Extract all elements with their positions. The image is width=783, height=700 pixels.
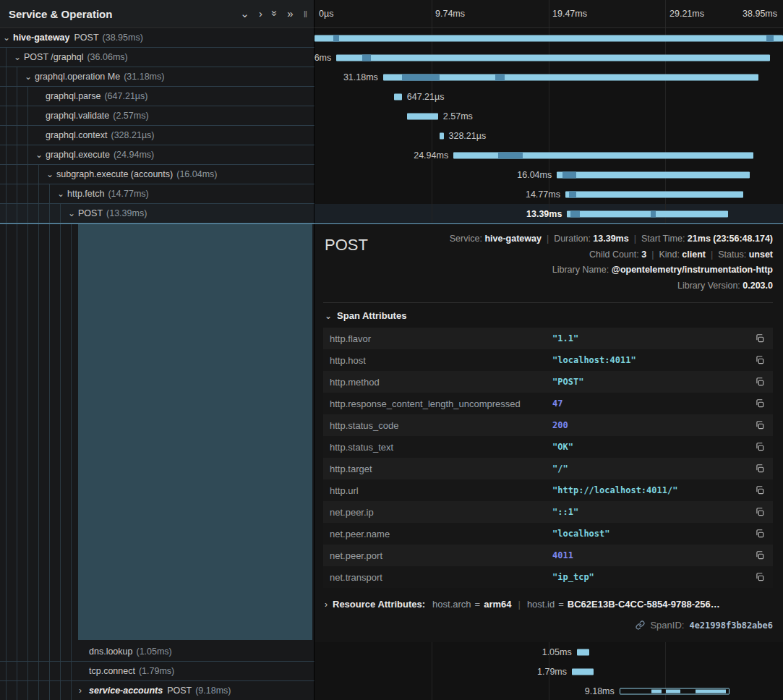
span-bar-cell[interactable]: 2.57ms <box>315 106 783 126</box>
meta-value: hive-gateway <box>484 234 542 244</box>
span-bar-cell[interactable]: 9.18ms <box>315 681 783 700</box>
attribute-key: http.url <box>330 485 552 496</box>
copy-button[interactable] <box>753 527 766 540</box>
timeline-tick: 0µs <box>319 0 333 27</box>
span-bar[interactable] <box>620 688 730 694</box>
span-row[interactable]: graphql.validate(2.57ms)2.57ms <box>0 106 783 126</box>
span-attributes-table: http.flavor"1.1"http.host"localhost:4011… <box>323 328 773 588</box>
chevron-right-icon[interactable]: › <box>259 7 262 20</box>
span-name-cell[interactable]: ⌄http.fetch(14.77ms) <box>0 184 315 204</box>
chevron-down-icon[interactable]: ⌄ <box>57 189 67 198</box>
span-bar-cell[interactable]: 647.21µs <box>315 87 783 106</box>
span-bar[interactable] <box>315 35 783 41</box>
chevron-down-icon: ⌄ <box>325 311 332 321</box>
span-bar[interactable] <box>577 649 589 655</box>
span-bar[interactable] <box>407 113 438 119</box>
chevron-down-icon[interactable]: ⌄ <box>46 170 56 179</box>
copy-button[interactable] <box>753 549 766 562</box>
span-row[interactable]: ⌄http.fetch(14.77ms)14.77ms <box>0 184 783 204</box>
span-attributes-toggle[interactable]: ⌄ Span Attributes <box>323 310 773 321</box>
chevron-down-icon[interactable]: ⌄ <box>3 33 13 42</box>
copy-button[interactable] <box>753 571 766 584</box>
span-bar-segment <box>570 210 580 217</box>
chevron-down-icon[interactable]: ⌄ <box>35 150 46 159</box>
span-bar[interactable] <box>440 132 443 139</box>
resource-attributes-toggle[interactable]: › Resource Attributes: host.arch=arm64|h… <box>323 599 773 610</box>
resource-attributes-title: Resource Attributes: <box>333 599 425 610</box>
chevron-right-icon: › <box>325 599 328 610</box>
span-name-cell[interactable]: ⌄POST /graphql(36.06ms) <box>0 48 315 67</box>
chevron-down-icon[interactable]: ⌄ <box>240 7 249 20</box>
span-row[interactable]: ›service-accountsPOST(9.18ms)9.18ms <box>0 681 783 700</box>
span-bar-cell[interactable]: 14.77ms <box>315 184 783 204</box>
span-id-value: 4e21998f3b82abe6 <box>689 620 773 631</box>
span-name-cell[interactable]: ⌄graphql.operation Me(31.18ms) <box>0 67 315 87</box>
span-bar-cell[interactable]: 1.79ms <box>315 662 783 681</box>
span-bar[interactable] <box>336 54 770 61</box>
link-icon[interactable] <box>636 620 645 630</box>
chevron-down-icon[interactable]: ⌄ <box>25 72 35 81</box>
bar-duration-label: 328.21µs <box>449 131 487 141</box>
span-name-cell[interactable]: ⌄POST(13.39ms) <box>0 204 315 223</box>
span-row[interactable]: ⌄POST(13.39ms)13.39ms <box>0 204 783 223</box>
copy-button[interactable] <box>753 354 766 367</box>
span-bar-cell[interactable]: 1.05ms <box>315 642 783 662</box>
span-row[interactable]: ⌄graphql.operation Me(31.18ms)31.18ms <box>0 67 783 87</box>
span-bar[interactable] <box>394 93 402 100</box>
span-row[interactable]: graphql.context(328.21µs)328.21µs <box>0 126 783 145</box>
span-row[interactable]: ⌄subgraph.execute (accounts)(16.04ms)16.… <box>0 165 783 184</box>
span-bar-cell[interactable]: 31.18ms <box>315 67 783 87</box>
span-bar-cell[interactable]: 38.95ms <box>315 28 783 48</box>
copy-button[interactable] <box>753 397 766 410</box>
meta-line: Service: hive-gateway|Duration: 13.39ms|… <box>450 231 773 247</box>
span-bar[interactable] <box>383 74 758 80</box>
span-name-cell[interactable]: graphql.context(328.21µs) <box>0 126 315 145</box>
timeline-ruler: 0µs9.74ms19.47ms29.21ms38.95ms <box>315 0 783 28</box>
service-name: service-accounts <box>89 686 163 696</box>
copy-button[interactable] <box>753 375 766 388</box>
span-name-cell[interactable]: graphql.parse(647.21µs) <box>0 87 315 106</box>
duration-text: (13.39ms) <box>106 208 147 218</box>
span-bar-cell[interactable]: 16.04ms <box>315 165 783 184</box>
copy-button[interactable] <box>753 419 766 432</box>
attribute-row: http.status_code200 <box>323 414 773 436</box>
span-row[interactable]: ⌄POST /graphql(36.06ms)36.06ms <box>0 48 783 67</box>
span-name-cell[interactable]: ⌄subgraph.execute (accounts)(16.04ms) <box>0 165 315 184</box>
panel-resize-handle[interactable]: ‖ <box>304 9 308 20</box>
copy-button[interactable] <box>753 484 766 497</box>
span-name-cell[interactable]: ⌄graphql.execute(24.94ms) <box>0 145 315 165</box>
span-row[interactable]: ⌄hive-gatewayPOST(38.95ms)38.95ms <box>0 28 783 48</box>
copy-button[interactable] <box>753 505 766 518</box>
span-row[interactable]: tcp.connect(1.79ms)1.79ms <box>0 662 783 681</box>
copy-button[interactable] <box>753 332 766 345</box>
span-bar[interactable] <box>453 152 753 158</box>
span-bar[interactable] <box>572 668 594 675</box>
collapse-all-icon[interactable]: » <box>272 7 278 20</box>
span-name-cell[interactable]: dns.lookup(1.05ms) <box>0 642 315 662</box>
span-bar[interactable] <box>567 210 728 217</box>
span-row[interactable]: ⌄graphql.execute(24.94ms)24.94ms <box>0 145 783 165</box>
span-name-cell[interactable]: ⌄hive-gatewayPOST(38.95ms) <box>0 28 315 48</box>
span-bar-cell[interactable]: 36.06ms <box>315 48 783 67</box>
span-bar[interactable] <box>565 191 743 197</box>
chevron-down-icon[interactable]: ⌄ <box>14 53 24 61</box>
copy-button[interactable] <box>753 462 766 475</box>
chevron-down-icon[interactable]: ⌄ <box>68 209 78 218</box>
timeline-tick: 19.47ms <box>552 0 587 27</box>
span-name-cell[interactable]: tcp.connect(1.79ms) <box>0 662 315 681</box>
meta-line: Library Name: @opentelemetry/instrumenta… <box>450 262 773 278</box>
copy-icon <box>755 398 765 409</box>
span-name-cell[interactable]: graphql.validate(2.57ms) <box>0 106 315 126</box>
span-bar-cell[interactable]: 328.21µs <box>315 126 783 145</box>
span-row[interactable]: dns.lookup(1.05ms)1.05ms <box>0 642 783 662</box>
bar-duration-label: 24.94ms <box>414 150 448 161</box>
chevron-right-icon[interactable]: › <box>79 686 89 695</box>
separator: | <box>547 234 549 244</box>
span-bar[interactable] <box>557 171 750 178</box>
expand-all-icon[interactable]: » <box>287 7 293 20</box>
span-row[interactable]: graphql.parse(647.21µs)647.21µs <box>0 87 783 106</box>
span-bar-cell[interactable]: 24.94ms <box>315 145 783 165</box>
span-bar-cell[interactable]: 13.39ms <box>315 204 783 223</box>
span-name-cell[interactable]: ›service-accountsPOST(9.18ms) <box>0 681 315 700</box>
copy-button[interactable] <box>753 440 766 453</box>
